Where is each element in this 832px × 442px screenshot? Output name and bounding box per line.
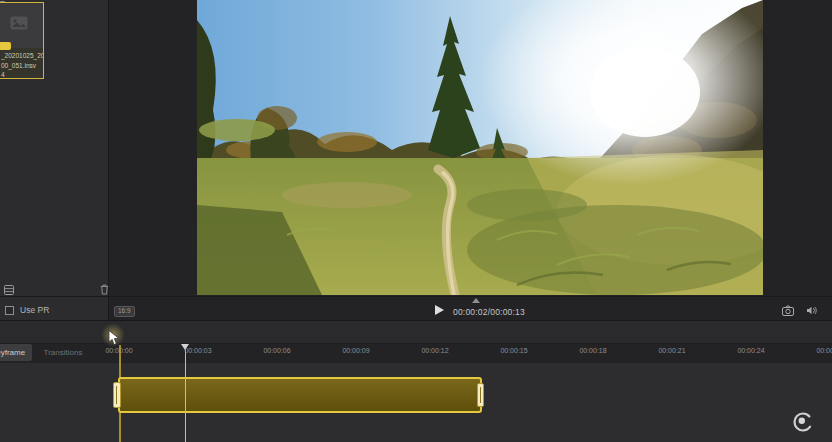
ruler-label: 00:00:03 xyxy=(184,347,211,354)
ruler-label: 00:00:18 xyxy=(579,347,606,354)
ruler-label: 00:00:09 xyxy=(342,347,369,354)
divider xyxy=(0,296,832,297)
clip-duration-badge xyxy=(0,42,11,50)
filename-line: _20201025_2035 xyxy=(1,51,43,61)
ruler-label: 00:00:24 xyxy=(737,347,764,354)
media-library-panel: _20201025_2035 00_051.insv 4 Use PR xyxy=(0,0,109,320)
collapse-preview-handle[interactable] xyxy=(472,298,480,303)
thumbnail-image xyxy=(0,3,43,48)
media-thumbnail-selected[interactable]: _20201025_2035 00_051.insv 4 xyxy=(0,2,44,79)
filename-line: 4 xyxy=(1,70,43,80)
use-pr-row: Use PR xyxy=(5,305,49,315)
tab-transitions[interactable]: Transitions xyxy=(36,344,90,361)
aspect-ratio-badge[interactable]: 16:9 xyxy=(114,306,135,317)
timeline-clip[interactable] xyxy=(118,377,482,413)
ruler-label: 00:00:06 xyxy=(263,347,290,354)
play-button[interactable] xyxy=(435,305,444,315)
video-frame[interactable] xyxy=(197,0,763,295)
cursor-pointer-icon xyxy=(108,330,121,346)
clip-trim-handle-right[interactable] xyxy=(477,383,484,407)
trash-icon[interactable] xyxy=(100,284,109,295)
playhead-line[interactable] xyxy=(185,345,186,442)
use-pr-label: Use PR xyxy=(20,305,49,315)
list-view-icon[interactable] xyxy=(4,285,14,295)
screenshot-camera-icon[interactable] xyxy=(782,305,794,316)
ruler-label: 00:00:15 xyxy=(500,347,527,354)
ruler-label: 00:00:00 xyxy=(105,347,132,354)
ruler-label: 00:00:27 xyxy=(816,347,832,354)
tab-keyframe[interactable]: Keyframe xyxy=(0,344,32,361)
insta360-swirl-icon[interactable] xyxy=(791,410,815,434)
media-filename: _20201025_2035 00_051.insv 4 xyxy=(1,51,43,80)
preview-area xyxy=(109,0,832,296)
photo-placeholder-icon xyxy=(10,16,28,30)
video-editor-window: _20201025_2035 00_051.insv 4 Use PR 16:9… xyxy=(0,0,832,442)
use-pr-checkbox[interactable] xyxy=(5,306,14,315)
clip-trim-handle-left[interactable] xyxy=(113,382,121,408)
playback-timecode: 00:00:02/00:00:13 xyxy=(453,307,525,317)
ruler-label: 00:00:21 xyxy=(658,347,685,354)
filename-line: 00_051.insv xyxy=(1,61,43,71)
ruler-label: 00:00:12 xyxy=(421,347,448,354)
volume-icon[interactable] xyxy=(806,305,817,316)
